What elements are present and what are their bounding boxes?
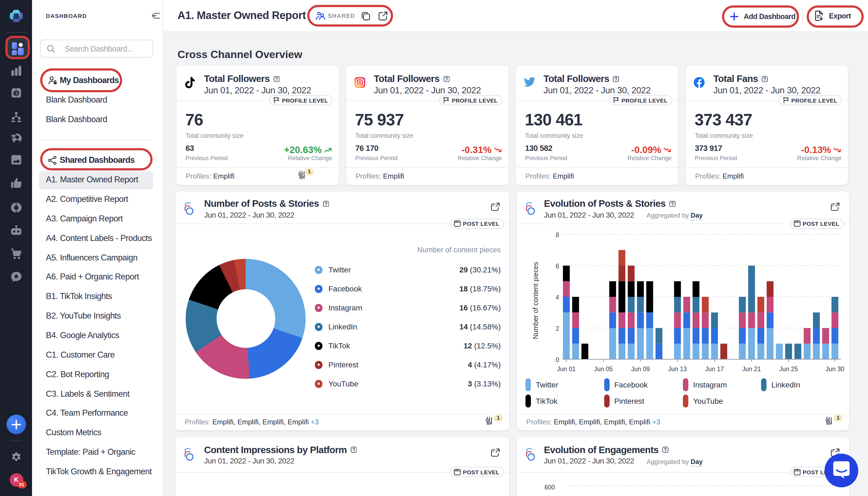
svg-text:4: 4 (556, 294, 559, 301)
svg-text:Jun 17: Jun 17 (705, 365, 724, 372)
svg-text:Jun 13: Jun 13 (668, 365, 687, 372)
svg-text:6: 6 (556, 262, 559, 269)
svg-text:8: 8 (556, 231, 559, 238)
svg-text:Jun 25: Jun 25 (779, 365, 798, 372)
svg-text:Jun 05: Jun 05 (594, 365, 613, 372)
svg-text:Jun 09: Jun 09 (631, 365, 650, 372)
svg-text:Jun 30: Jun 30 (825, 365, 844, 372)
svg-text:2: 2 (556, 325, 559, 332)
svg-text:Jun 21: Jun 21 (742, 365, 761, 372)
svg-text:Jun 01: Jun 01 (557, 365, 576, 372)
svg-text:0: 0 (556, 356, 559, 363)
svg-text:3: 3 (15, 91, 18, 96)
